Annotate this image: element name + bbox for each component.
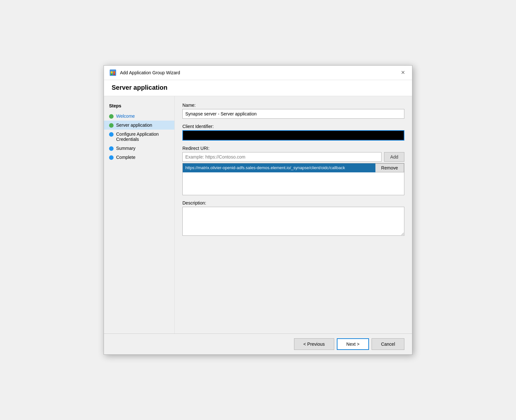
sidebar: Steps Welcome Server application Configu… <box>104 96 175 333</box>
dialog-window: Add Application Group Wizard ✕ Server ap… <box>104 65 412 355</box>
svg-rect-2 <box>113 71 115 73</box>
title-bar: Add Application Group Wizard ✕ <box>104 66 412 80</box>
step-dot-summary <box>109 146 114 151</box>
sidebar-item-summary[interactable]: Summary <box>104 144 174 153</box>
footer: < Previous Next > Cancel <box>104 333 412 354</box>
sidebar-item-label-summary: Summary <box>116 146 135 151</box>
cancel-button[interactable]: Cancel <box>372 338 404 350</box>
uri-list-row: https://matrix.olivier-openid-adfs.sales… <box>183 163 404 172</box>
remove-uri-button[interactable]: Remove <box>375 163 404 172</box>
previous-button[interactable]: < Previous <box>294 338 334 350</box>
wizard-icon <box>109 69 117 77</box>
sidebar-item-welcome[interactable]: Welcome <box>104 112 174 121</box>
description-textarea[interactable] <box>182 207 404 236</box>
description-field-group: Description: <box>182 200 404 237</box>
form-section: Name: Client Identifier: Redirect URI: A… <box>182 103 404 327</box>
step-dot-configure-credentials <box>109 132 114 137</box>
sidebar-item-complete[interactable]: Complete <box>104 153 174 162</box>
sidebar-item-label-server-application: Server application <box>116 123 152 128</box>
sidebar-item-label-welcome: Welcome <box>116 114 135 119</box>
redirect-uri-label: Redirect URI: <box>182 146 404 151</box>
redirect-uri-field-group: Redirect URI: Add https://matrix.olivier… <box>182 146 404 195</box>
client-id-field-group: Client Identifier: <box>182 124 404 141</box>
name-label: Name: <box>182 103 404 108</box>
title-bar-left: Add Application Group Wizard <box>109 69 180 77</box>
step-dot-complete <box>109 155 114 160</box>
redirect-uri-input[interactable] <box>182 152 382 162</box>
next-button[interactable]: Next > <box>337 338 369 350</box>
page-title: Server application <box>104 80 412 96</box>
uri-item[interactable]: https://matrix.olivier-openid-adfs.sales… <box>183 163 375 172</box>
sidebar-item-label-complete: Complete <box>116 155 135 160</box>
description-label: Description: <box>182 200 404 205</box>
content-area: Steps Welcome Server application Configu… <box>104 96 412 333</box>
step-dot-server-application <box>109 123 114 128</box>
main-content: Name: Client Identifier: Redirect URI: A… <box>175 96 412 333</box>
redirect-uri-row: Add <box>182 152 404 162</box>
close-button[interactable]: ✕ <box>399 69 407 76</box>
step-dot-welcome <box>109 114 114 119</box>
svg-rect-1 <box>111 71 113 73</box>
sidebar-item-configure-credentials[interactable]: Configure Application Credentials <box>104 130 174 144</box>
client-id-label: Client Identifier: <box>182 124 404 129</box>
add-uri-button[interactable]: Add <box>384 152 404 162</box>
svg-rect-4 <box>113 74 115 75</box>
svg-rect-3 <box>111 74 113 75</box>
name-input[interactable] <box>182 109 404 119</box>
client-id-input[interactable] <box>182 130 404 141</box>
dialog-title: Add Application Group Wizard <box>120 70 180 75</box>
steps-label: Steps <box>104 101 174 112</box>
sidebar-item-server-application[interactable]: Server application <box>104 121 174 130</box>
name-field-group: Name: <box>182 103 404 119</box>
sidebar-item-label-configure-credentials: Configure Application Credentials <box>116 132 169 142</box>
uri-list-container: https://matrix.olivier-openid-adfs.sales… <box>182 163 404 195</box>
